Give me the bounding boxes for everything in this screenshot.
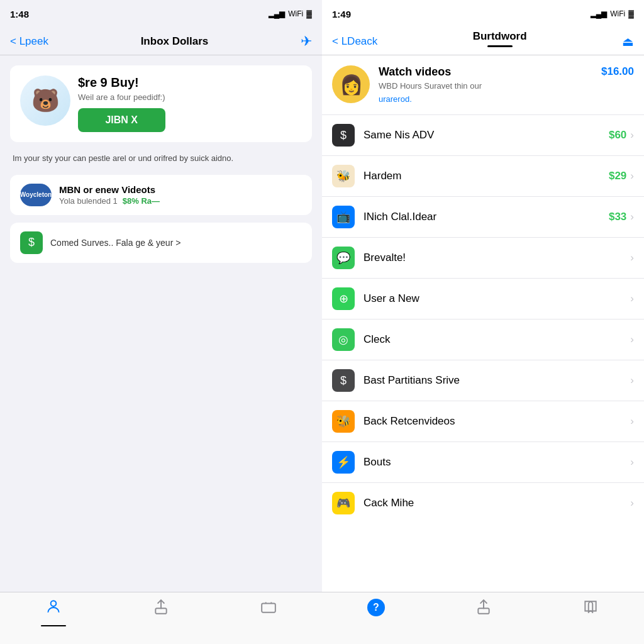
list-item-name-8: Bouts	[364, 456, 630, 469]
right-status-bar: 1:49 ▂▄▆ WiFi ▓	[322, 0, 644, 28]
offer-details: MBN or enew Videots Yola bulended 1 $8% …	[59, 184, 302, 206]
left-back-button[interactable]: < Lpeek	[10, 35, 48, 48]
survey-card[interactable]: $ Comed Surves.. Fala ge & yeur >	[10, 223, 312, 263]
right-nav-bar: < LDeack Burtdword ⏏	[322, 28, 644, 55]
right-wifi-icon: WiFi	[610, 9, 625, 18]
list-item-0[interactable]: $Same Nis ADV$60›	[322, 115, 644, 156]
survey-text: Comed Surves.. Fala ge & yeur >	[50, 238, 180, 248]
svg-rect-2	[262, 604, 275, 613]
left-tab-bar	[0, 592, 322, 644]
list-item-icon-5: ◎	[332, 328, 355, 351]
title-divider	[487, 45, 513, 47]
list-item-chevron-6: ›	[630, 374, 634, 387]
list-item-6[interactable]: $Bast Partitians Srive›	[322, 360, 644, 401]
right-status-icons: ▂▄▆ WiFi ▓	[591, 9, 634, 18]
left-scroll-area: 🐻 $re 9 Buy! Weil are a four peedidf:) J…	[0, 55, 322, 592]
list-item-9[interactable]: 🎮Cack Mihe›	[322, 483, 644, 523]
svg-point-0	[51, 601, 57, 606]
list-item-chevron-4: ›	[630, 292, 634, 305]
right-back-button[interactable]: < LDeack	[332, 35, 377, 48]
right-tab-book[interactable]	[582, 599, 599, 619]
right-tab-share[interactable]	[475, 599, 492, 619]
book-tab-icon	[582, 599, 599, 619]
right-nav-action-icon[interactable]: ⏏	[622, 34, 634, 49]
watch-avatar: 👩	[332, 65, 370, 103]
list-item-icon-3: 💬	[332, 247, 355, 269]
tab-item-profile[interactable]	[45, 599, 62, 619]
list-item-chevron-0: ›	[630, 129, 634, 142]
right-nav-title: Burtdword	[473, 30, 527, 43]
list-item-2[interactable]: 📺INich Clal.Idear$33›	[322, 197, 644, 238]
tab-item-share[interactable]	[153, 599, 169, 619]
profile-tab-icon	[45, 599, 62, 619]
offer-title: MBN or enew Videots	[59, 184, 302, 195]
svg-rect-3	[478, 608, 489, 614]
left-content-area: 🐻 $re 9 Buy! Weil are a four peedidf:) J…	[0, 55, 322, 273]
promo-text-area: $re 9 Buy! Weil are a four peedidf:) JIB…	[78, 75, 165, 132]
list-item-name-1: Hardem	[364, 170, 609, 182]
list-item-3[interactable]: 💬Brevalte!›	[322, 238, 644, 279]
list-item-name-2: INich Clal.Idear	[364, 211, 609, 223]
list-item-5[interactable]: ◎Cleck›	[322, 319, 644, 360]
list-item-chevron-2: ›	[630, 211, 634, 223]
list-item-1[interactable]: 🐝Hardem$29›	[322, 156, 644, 197]
list-item-price-0: $60	[609, 129, 626, 142]
offer-sub-text: Yola bulended 1	[59, 196, 118, 206]
left-time: 1:48	[10, 9, 29, 19]
promo-subtext: Weil are a four peedidf:)	[78, 92, 165, 102]
list-item-chevron-8: ›	[630, 456, 634, 469]
left-status-bar: 1:48 ▂▄▆ WiFi ▓	[0, 0, 322, 28]
list-item-icon-8: ⚡	[332, 451, 355, 474]
left-nav-bar: < Lpeek Inbox Dollars ✈	[0, 28, 322, 55]
right-scroll-area: $Same Nis ADV$60›🐝Hardem$29›📺INich Clal.…	[322, 115, 644, 592]
list-item-4[interactable]: ⊕User a New›	[322, 279, 644, 319]
list-item-chevron-7: ›	[630, 415, 634, 428]
right-time: 1:49	[332, 9, 351, 19]
list-item-icon-2: 📺	[332, 206, 355, 228]
list-item-icon-6: $	[332, 369, 355, 392]
help-tab-icon: ?	[367, 599, 385, 616]
watch-amount: $16.00	[601, 65, 634, 78]
right-phone: 1:49 ▂▄▆ WiFi ▓ < LDeack Burtdword ⏏ 👩 W…	[322, 0, 644, 644]
list-item-name-7: Back Retcenvideos	[364, 415, 630, 428]
list-item-icon-0: $	[332, 124, 355, 147]
promo-heading: $re 9 Buy!	[78, 75, 165, 90]
watch-description: WBD Hours Suravet thin our	[379, 81, 482, 91]
list-item-8[interactable]: ⚡Bouts›	[322, 442, 644, 483]
right-tab-help[interactable]: ?	[367, 599, 385, 616]
list-item-name-3: Brevalte!	[364, 252, 630, 264]
promo-card: 🐻 $re 9 Buy! Weil are a four peedidf:) J…	[10, 65, 312, 142]
list-item-price-1: $29	[609, 170, 626, 182]
right-list-section: $Same Nis ADV$60›🐝Hardem$29›📺INich Clal.…	[322, 115, 644, 523]
list-item-icon-4: ⊕	[332, 287, 355, 310]
right-battery-icon: ▓	[628, 9, 634, 18]
list-item-price-2: $33	[609, 211, 626, 223]
description-text: Im your sty your can pestle arel or und …	[10, 152, 312, 165]
survey-icon: $	[20, 231, 43, 254]
left-nav-action-icon[interactable]: ✈	[301, 33, 312, 50]
promo-bear-image: 🐻	[20, 75, 70, 126]
list-item-name-5: Cleck	[364, 333, 630, 346]
offer-card[interactable]: Woycleton MBN or enew Videots Yola bulen…	[10, 175, 312, 215]
list-item-chevron-5: ›	[630, 333, 634, 346]
list-item-name-0: Same Nis ADV	[364, 129, 609, 142]
list-item-icon-7: 🐝	[332, 410, 355, 433]
signal-icon: ▂▄▆	[269, 9, 286, 18]
promo-button[interactable]: JIBN X	[78, 108, 165, 132]
tv-tab-icon	[260, 599, 277, 619]
offer-sub: Yola bulended 1 $8% Ra—	[59, 196, 302, 206]
left-phone: 1:48 ▂▄▆ WiFi ▓ < Lpeek Inbox Dollars ✈ …	[0, 0, 322, 644]
list-item-7[interactable]: 🐝Back Retcenvideos›	[322, 401, 644, 442]
watch-title: Watch videos	[379, 65, 482, 79]
list-item-icon-1: 🐝	[332, 165, 355, 187]
watch-link[interactable]: urarerod.	[379, 94, 412, 104]
offer-percent: $8% Ra—	[123, 196, 160, 206]
left-nav-title: Inbox Dollars	[141, 35, 209, 48]
list-item-chevron-1: ›	[630, 170, 634, 182]
tab-item-tv[interactable]	[260, 599, 277, 619]
right-title-area: Burtdword	[473, 30, 527, 52]
list-item-name-4: User a New	[364, 292, 630, 305]
watch-info: Watch videos WBD Hours Suravet thin our …	[379, 65, 482, 104]
tab-active-indicator	[41, 625, 66, 626]
right-signal-icon: ▂▄▆	[591, 9, 608, 18]
